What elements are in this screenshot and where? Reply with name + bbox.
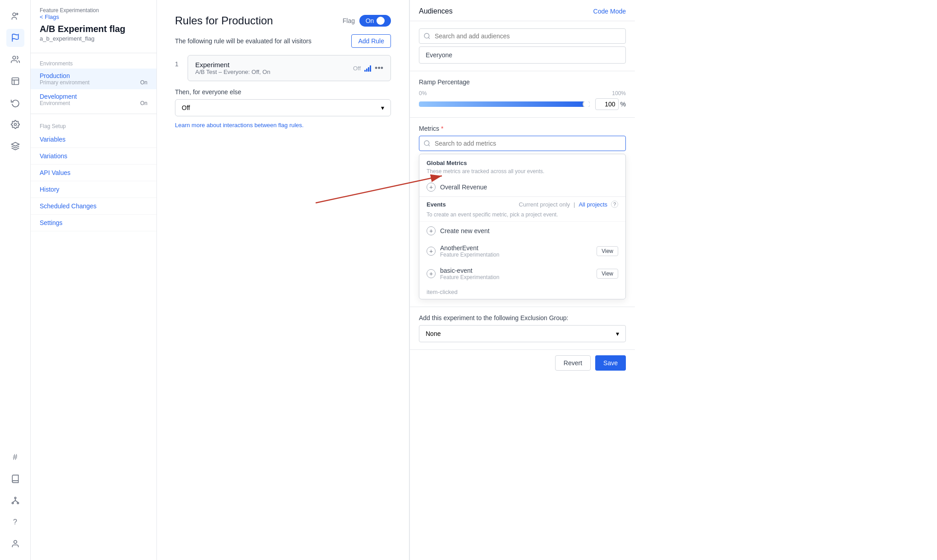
rule-card-left: Experiment A/B Test – Everyone: Off, On [195, 61, 270, 75]
metrics-item-create-event[interactable]: + Create new event [419, 222, 625, 240]
nav-icon-flag[interactable] [6, 29, 24, 47]
flag-name: A/B Experiment flag [31, 22, 156, 35]
right-panel: Audiences Code Mode Everyone Ramp Percen… [409, 0, 635, 560]
svg-point-13 [424, 33, 429, 38]
ramp-percentage-input[interactable] [595, 98, 619, 110]
nav-icon-chart[interactable] [6, 72, 24, 90]
ramp-thumb[interactable] [583, 101, 590, 107]
rule-item-1: 1 Experiment A/B Test – Everyone: Off, O… [175, 55, 391, 81]
svg-rect-3 [12, 78, 18, 85]
audience-everyone-tag: Everyone [419, 46, 626, 64]
sidebar: Feature Experimentation < Flags A/B Expe… [31, 0, 157, 560]
nav-icon-layers[interactable] [6, 137, 24, 155]
svg-point-0 [13, 13, 16, 16]
ellipsis-button[interactable]: ••• [375, 64, 383, 73]
metrics-item-basic-event[interactable]: + basic-event Feature Experimentation Vi… [419, 262, 625, 285]
nav-icon-user[interactable] [6, 535, 24, 553]
add-rule-button[interactable]: Add Rule [351, 34, 391, 48]
svg-line-10 [13, 500, 15, 502]
svg-point-7 [12, 502, 13, 504]
ramp-section: Ramp Percentage 0% 100% % [410, 71, 635, 118]
sidebar-nav-settings[interactable]: Settings [31, 215, 156, 231]
sidebar-nav-api-values[interactable]: API Values [31, 165, 156, 181]
search-icon [423, 32, 431, 40]
env-sub-development: Environment On [40, 100, 147, 106]
audiences-search-wrap [419, 28, 626, 44]
events-sub: To create an event specific metric, pick… [419, 211, 625, 221]
exclusion-value: None [426, 330, 441, 337]
add-basic-event-icon: + [427, 269, 436, 278]
environments-label: Environments [31, 57, 156, 69]
ramp-label: Ramp Percentage [419, 78, 626, 86]
toggle-label: On [366, 17, 374, 24]
all-projects-link[interactable]: All projects [579, 201, 607, 208]
ramp-input-wrap: % [595, 98, 626, 110]
divider [31, 53, 156, 53]
nav-icon-users[interactable] [6, 50, 24, 69]
sidebar-nav-variations[interactable]: Variations [31, 148, 156, 165]
nav-icon-history[interactable] [6, 94, 24, 112]
ramp-fill [419, 101, 590, 107]
rule-card-1[interactable]: Experiment A/B Test – Everyone: Off, On … [188, 55, 391, 81]
rule-status: Off [353, 65, 361, 72]
svg-marker-5 [11, 142, 19, 146]
back-link[interactable]: < Flags [40, 14, 147, 20]
nav-icon-hash[interactable]: # [6, 448, 24, 466]
exclusion-section: Add this experiment to the following Exc… [410, 307, 635, 349]
another-event-info: AnotherEvent Feature Experimentation [440, 244, 592, 258]
current-project-label: Current project only [519, 201, 570, 208]
then-dropdown-value: Off [182, 104, 190, 111]
sidebar-env-development[interactable]: Development Environment On [31, 89, 156, 110]
nav-icon-book[interactable] [6, 470, 24, 488]
svg-point-4 [14, 124, 16, 126]
learn-more-link[interactable]: Learn more about interactions between fl… [175, 122, 391, 129]
save-button[interactable]: Save [595, 355, 626, 371]
flag-key: a_b_experiment_flag [31, 35, 156, 49]
env-name-production: Production [40, 72, 147, 79]
code-mode-button[interactable]: Code Mode [593, 8, 626, 15]
svg-line-16 [428, 145, 430, 146]
nav-icon-network[interactable] [6, 491, 24, 510]
svg-line-11 [15, 500, 18, 502]
basic-event-view-button[interactable]: View [597, 269, 618, 279]
global-metrics-sub: These metrics are tracked across all you… [419, 168, 625, 178]
toggle-circle [377, 17, 385, 25]
env-sub-production: Primary environment On [40, 79, 147, 86]
item-clipped: item-clicked [419, 285, 625, 299]
rule-card-right: Off ••• [353, 64, 383, 73]
metrics-section: Metrics Global Metrics These metrics are… [410, 118, 635, 307]
metrics-search-input[interactable] [419, 136, 626, 151]
metrics-item-overall-revenue[interactable]: + Overall Revenue [419, 178, 625, 196]
nav-icon-graph[interactable] [6, 7, 24, 25]
svg-point-2 [13, 56, 16, 60]
revert-button[interactable]: Revert [555, 355, 591, 371]
basic-event-info: basic-event Feature Experimentation [440, 267, 592, 280]
breadcrumb-parent: Feature Experimentation [40, 7, 99, 14]
svg-point-6 [14, 497, 16, 499]
sidebar-env-production[interactable]: Production Primary environment On [31, 69, 156, 89]
flag-toggle-button[interactable]: On [359, 15, 391, 27]
sidebar-nav-variables[interactable]: Variables [31, 131, 156, 148]
another-event-sub: Feature Experimentation [440, 252, 592, 258]
rule-description: The following rule will be evaluated for… [175, 34, 391, 48]
icon-nav: # ? [0, 0, 31, 560]
another-event-view-button[interactable]: View [597, 246, 618, 256]
exclusion-select[interactable]: None ▾ [419, 325, 626, 342]
ramp-track[interactable] [419, 101, 590, 107]
svg-point-8 [17, 502, 18, 504]
nav-icon-settings[interactable] [6, 115, 24, 133]
flag-label: Flag [343, 17, 355, 24]
divider2 [31, 114, 156, 114]
events-filter: Current project only | All projects ? [519, 201, 618, 208]
nav-icon-help[interactable]: ? [6, 513, 24, 531]
sidebar-nav-history[interactable]: History [31, 181, 156, 198]
metrics-label: Metrics [419, 125, 626, 132]
sidebar-nav-scheduled-changes[interactable]: Scheduled Changes [31, 198, 156, 215]
metrics-item-another-event[interactable]: + AnotherEvent Feature Experimentation V… [419, 240, 625, 262]
global-metrics-label: Global Metrics [419, 154, 625, 168]
audiences-search-input[interactable] [419, 28, 626, 44]
then-label: Then, for everyone else [175, 88, 391, 96]
rules-title: Rules for Production [175, 14, 273, 27]
create-event-label: Create new event [440, 227, 490, 234]
then-dropdown[interactable]: Off ▾ [175, 99, 391, 116]
